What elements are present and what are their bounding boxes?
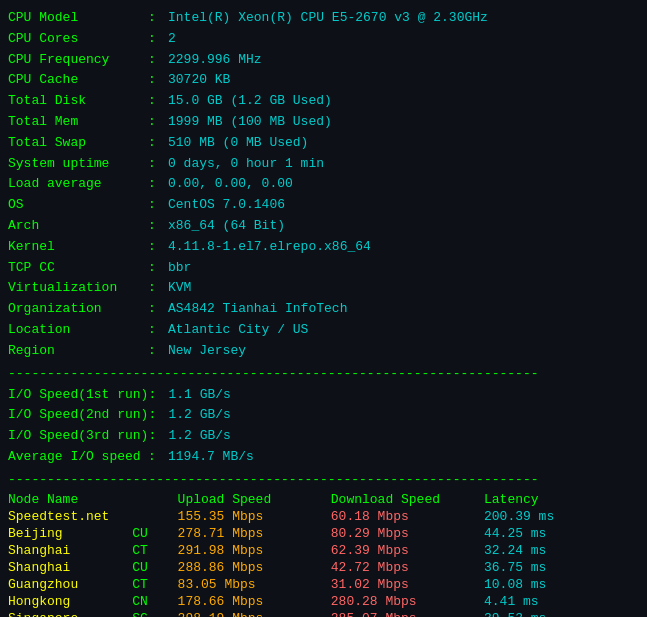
info-colon: : (148, 174, 168, 195)
info-value: New Jersey (168, 341, 246, 362)
info-colon: : (148, 341, 168, 362)
info-label: OS (8, 195, 148, 216)
info-row: Location : Atlantic City / US (8, 320, 639, 341)
info-colon: : (148, 299, 168, 320)
download-speed: 42.72 Mbps (321, 559, 474, 576)
info-row: CPU Cache : 30720 KB (8, 70, 639, 91)
info-row: CPU Model : Intel(R) Xeon(R) CPU E5-2670… (8, 8, 639, 29)
latency: 44.25 ms (474, 525, 639, 542)
info-colon: : (148, 29, 168, 50)
io-row: Average I/O speed : 1194.7 MB/s (8, 447, 639, 468)
latency: 32.24 ms (474, 542, 639, 559)
info-row: System uptime : 0 days, 0 hour 1 min (8, 154, 639, 175)
info-row: Virtualization : KVM (8, 278, 639, 299)
info-label: Organization (8, 299, 148, 320)
info-label: CPU Model (8, 8, 148, 29)
info-value: 2299.996 MHz (168, 50, 262, 71)
info-label: Total Swap (8, 133, 148, 154)
info-colon: : (148, 216, 168, 237)
info-label: CPU Frequency (8, 50, 148, 71)
info-row: Organization : AS4842 Tianhai InfoTech (8, 299, 639, 320)
node-code: CT (132, 542, 167, 559)
node-code (132, 508, 167, 525)
info-label: CPU Cores (8, 29, 148, 50)
io-row: I/O Speed(3rd run) : 1.2 GB/s (8, 426, 639, 447)
network-row: ShanghaiCU288.86 Mbps42.72 Mbps36.75 ms (8, 559, 639, 576)
info-row: Load average : 0.00, 0.00, 0.00 (8, 174, 639, 195)
info-row: Total Swap : 510 MB (0 MB Used) (8, 133, 639, 154)
info-row: Total Mem : 1999 MB (100 MB Used) (8, 112, 639, 133)
info-label: Region (8, 341, 148, 362)
io-value: 1.1 GB/s (168, 385, 230, 406)
info-label: Total Mem (8, 112, 148, 133)
io-row: I/O Speed(1st run) : 1.1 GB/s (8, 385, 639, 406)
latency: 10.08 ms (474, 576, 639, 593)
node-name: Hongkong (8, 593, 132, 610)
network-row: Speedtest.net155.35 Mbps60.18 Mbps200.39… (8, 508, 639, 525)
info-label: Location (8, 320, 148, 341)
info-row: CPU Frequency : 2299.996 MHz (8, 50, 639, 71)
info-value: 2 (168, 29, 176, 50)
info-label: Virtualization (8, 278, 148, 299)
upload-speed: 83.05 Mbps (168, 576, 321, 593)
io-label: I/O Speed(2nd run) (8, 405, 148, 426)
info-colon: : (148, 112, 168, 133)
io-colon: : (148, 405, 168, 426)
info-label: Load average (8, 174, 148, 195)
info-label: Arch (8, 216, 148, 237)
io-value: 1.2 GB/s (168, 426, 230, 447)
io-row: I/O Speed(2nd run) : 1.2 GB/s (8, 405, 639, 426)
node-code: CU (132, 525, 167, 542)
info-colon: : (148, 91, 168, 112)
io-colon: : (148, 447, 168, 468)
node-name: Speedtest.net (8, 508, 132, 525)
upload-speed: 278.71 Mbps (168, 525, 321, 542)
info-row: OS : CentOS 7.0.1406 (8, 195, 639, 216)
info-colon: : (148, 133, 168, 154)
info-value: 15.0 GB (1.2 GB Used) (168, 91, 332, 112)
io-value: 1194.7 MB/s (168, 447, 254, 468)
node-code: CN (132, 593, 167, 610)
info-colon: : (148, 237, 168, 258)
node-name: Shanghai (8, 542, 132, 559)
latency: 4.41 ms (474, 593, 639, 610)
info-colon: : (148, 8, 168, 29)
col-node-name: Node Name (8, 491, 168, 508)
info-colon: : (148, 70, 168, 91)
info-colon: : (148, 278, 168, 299)
network-row: SingaporeSG298.19 Mbps285.07 Mbps39.53 m… (8, 610, 639, 617)
io-colon: : (148, 385, 168, 406)
download-speed: 31.02 Mbps (321, 576, 474, 593)
latency: 36.75 ms (474, 559, 639, 576)
info-value: 0 days, 0 hour 1 min (168, 154, 324, 175)
info-colon: : (148, 154, 168, 175)
info-colon: : (148, 320, 168, 341)
node-name: Guangzhou (8, 576, 132, 593)
col-latency: Latency (474, 491, 639, 508)
info-value: AS4842 Tianhai InfoTech (168, 299, 347, 320)
node-name: Beijing (8, 525, 132, 542)
info-label: Total Disk (8, 91, 148, 112)
io-value: 1.2 GB/s (168, 405, 230, 426)
node-code: SG (132, 610, 167, 617)
info-row: TCP CC : bbr (8, 258, 639, 279)
info-value: bbr (168, 258, 191, 279)
col-download: Download Speed (321, 491, 474, 508)
network-row: BeijingCU278.71 Mbps80.29 Mbps44.25 ms (8, 525, 639, 542)
info-colon: : (148, 50, 168, 71)
network-row: HongkongCN178.66 Mbps280.28 Mbps4.41 ms (8, 593, 639, 610)
divider-2: ----------------------------------------… (8, 472, 639, 487)
sysinfo-table: CPU Model : Intel(R) Xeon(R) CPU E5-2670… (8, 8, 639, 362)
info-row: Kernel : 4.11.8-1.el7.elrepo.x86_64 (8, 237, 639, 258)
upload-speed: 298.19 Mbps (168, 610, 321, 617)
io-colon: : (148, 426, 168, 447)
info-value: 1999 MB (100 MB Used) (168, 112, 332, 133)
info-label: CPU Cache (8, 70, 148, 91)
info-row: Total Disk : 15.0 GB (1.2 GB Used) (8, 91, 639, 112)
info-row: Arch : x86_64 (64 Bit) (8, 216, 639, 237)
io-table: I/O Speed(1st run) : 1.1 GB/s I/O Speed(… (8, 385, 639, 468)
info-label: TCP CC (8, 258, 148, 279)
io-label: I/O Speed(3rd run) (8, 426, 148, 447)
info-colon: : (148, 195, 168, 216)
upload-speed: 291.98 Mbps (168, 542, 321, 559)
